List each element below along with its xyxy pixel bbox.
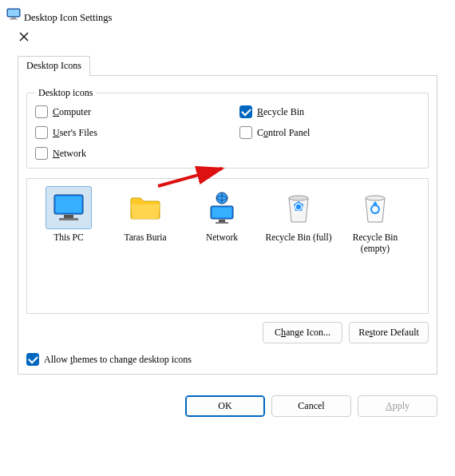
svg-point-17 bbox=[366, 196, 385, 200]
dialog-content: Desktop Icons Desktop icons Computer Rec… bbox=[6, 50, 449, 386]
close-button[interactable] bbox=[6, 24, 42, 50]
recycle-full-icon bbox=[276, 187, 321, 228]
checkbox-icon bbox=[35, 147, 48, 160]
window-title: Desktop Icon Settings bbox=[24, 12, 112, 23]
checkbox-control-panel[interactable]: Control Panel bbox=[239, 126, 420, 139]
icon-label: Recycle Bin (empty) bbox=[338, 232, 412, 255]
icon-label: Network bbox=[185, 232, 259, 243]
svg-rect-14 bbox=[219, 220, 225, 222]
checkbox-network[interactable]: Network bbox=[35, 147, 216, 160]
icon-label: Recycle Bin (full) bbox=[262, 232, 335, 243]
change-icon-button[interactable]: Change Icon... bbox=[263, 322, 342, 343]
restore-default-button[interactable]: Restore Default bbox=[349, 322, 429, 343]
svg-rect-13 bbox=[212, 208, 231, 217]
svg-point-16 bbox=[289, 196, 308, 200]
icon-item-user-folder[interactable]: Taras Buria bbox=[109, 187, 182, 243]
checkbox-icon bbox=[239, 126, 252, 139]
cancel-button[interactable]: Cancel bbox=[271, 395, 351, 417]
icon-item-recycle-empty[interactable]: Recycle Bin (empty) bbox=[338, 187, 412, 255]
svg-rect-1 bbox=[8, 10, 19, 16]
tab-strip: Desktop Icons bbox=[18, 56, 437, 76]
checkbox-icon bbox=[239, 105, 252, 118]
recycle-empty-icon bbox=[353, 187, 398, 228]
svg-rect-9 bbox=[64, 215, 73, 218]
checkbox-recycle-bin[interactable]: Recycle Bin bbox=[239, 105, 420, 118]
desktop-icons-group: Desktop icons Computer Recycle Bin User'… bbox=[26, 87, 429, 169]
icon-item-network[interactable]: Network bbox=[185, 187, 259, 243]
close-icon bbox=[19, 32, 29, 42]
svg-rect-15 bbox=[216, 222, 228, 224]
dialog-window: Desktop Icon Settings Desktop Icons Desk… bbox=[6, 6, 449, 426]
icon-label: Taras Buria bbox=[109, 232, 182, 243]
ok-button[interactable]: OK bbox=[185, 395, 265, 417]
checkbox-icon bbox=[35, 126, 48, 139]
this-pc-icon bbox=[46, 187, 91, 228]
checkbox-allow-themes[interactable]: Allow themes to change desktop icons bbox=[26, 353, 429, 366]
titlebar: Desktop Icon Settings bbox=[6, 6, 449, 50]
folder-icon bbox=[123, 187, 168, 228]
tab-desktop-icons[interactable]: Desktop Icons bbox=[18, 56, 90, 76]
checkbox-users-files[interactable]: User's Files bbox=[35, 126, 216, 139]
app-icon bbox=[6, 10, 24, 23]
icon-buttons-row: Change Icon... Restore Default bbox=[26, 322, 429, 343]
dialog-button-row: OK Cancel Apply bbox=[6, 386, 449, 426]
checkbox-grid: Computer Recycle Bin User's Files Contro… bbox=[35, 105, 420, 160]
icon-item-this-pc[interactable]: This PC bbox=[32, 187, 105, 243]
svg-rect-3 bbox=[10, 19, 18, 20]
svg-rect-10 bbox=[59, 218, 78, 220]
svg-rect-8 bbox=[56, 196, 81, 212]
network-icon bbox=[200, 187, 244, 228]
checkbox-icon bbox=[26, 353, 39, 366]
apply-button[interactable]: Apply bbox=[358, 395, 437, 417]
icon-label: This PC bbox=[32, 232, 105, 243]
checkbox-computer[interactable]: Computer bbox=[35, 105, 216, 118]
group-legend: Desktop icons bbox=[35, 87, 96, 99]
icon-item-recycle-full[interactable]: Recycle Bin (full) bbox=[262, 187, 335, 243]
tab-body: Desktop icons Computer Recycle Bin User'… bbox=[18, 75, 437, 375]
svg-rect-2 bbox=[11, 18, 16, 19]
icon-preview-list[interactable]: This PC Taras Buria bbox=[26, 178, 429, 314]
checkbox-icon bbox=[35, 105, 48, 118]
